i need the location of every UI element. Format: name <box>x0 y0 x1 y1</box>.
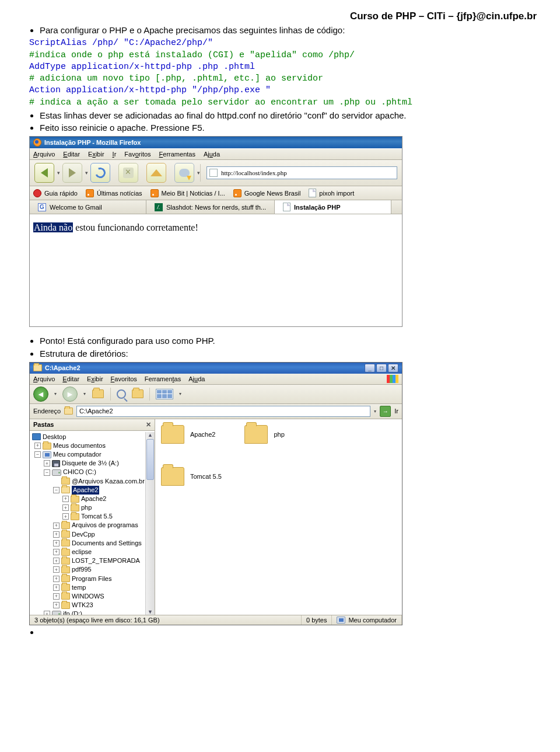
ex-menu-exibir[interactable]: Exibir <box>87 375 103 382</box>
explorer-toolbar: ◄▾ ►▾ ▾ <box>30 385 402 404</box>
go-label: Ir <box>394 408 398 415</box>
tab-gmail[interactable]: GWelcome to Gmail <box>30 200 146 214</box>
forward-button[interactable]: ▾ <box>62 163 82 183</box>
tree-docset[interactable]: +Documents and Settings <box>32 539 153 548</box>
expand-icon[interactable]: + <box>53 593 60 600</box>
back-button[interactable]: ▾ <box>34 163 54 183</box>
expand-icon[interactable]: + <box>53 602 60 608</box>
expand-icon[interactable]: + <box>53 523 60 529</box>
expand-icon[interactable]: + <box>62 513 69 520</box>
ex-menu-ferramentas[interactable]: Ferramentas <box>145 375 181 382</box>
minimize-button[interactable]: _ <box>365 364 375 372</box>
expand-icon[interactable]: + <box>53 549 60 555</box>
collapse-icon[interactable]: − <box>34 451 41 458</box>
scroll-thumb[interactable] <box>146 439 154 480</box>
expand-icon[interactable]: + <box>53 584 60 591</box>
tree-close-button[interactable]: ✕ <box>146 421 151 429</box>
views-button[interactable] <box>156 389 173 399</box>
menu-editar[interactable]: Editar <box>63 151 80 158</box>
firefox-toolbar: ▾ ▾ ▾ <box>30 160 402 186</box>
nav-forward-button[interactable]: ► <box>62 387 78 402</box>
search-button[interactable] <box>117 389 126 399</box>
menu-exibir[interactable]: Exibir <box>88 151 104 158</box>
expand-icon[interactable]: + <box>53 531 60 538</box>
expand-icon[interactable]: + <box>62 496 69 502</box>
tab-slashdot[interactable]: /.Slashdot: News for nerds, stuff th... <box>146 200 275 214</box>
tab-instalacao[interactable]: Instalação PHP <box>275 200 391 214</box>
home-button[interactable] <box>146 163 166 183</box>
url-input[interactable] <box>220 169 394 177</box>
bookmark-google[interactable]: Google News Brasil <box>233 189 301 197</box>
folder-icon <box>61 602 70 609</box>
ex-menu-favoritos[interactable]: Favoritos <box>111 375 137 382</box>
rss-icon <box>233 189 242 197</box>
expand-icon[interactable]: + <box>34 443 41 449</box>
expand-icon[interactable]: + <box>53 558 60 564</box>
tree-desktop[interactable]: Desktop <box>32 433 153 441</box>
expand-icon[interactable]: + <box>44 611 50 614</box>
weather-button[interactable]: ▾ <box>174 163 194 183</box>
fwd-dropdown[interactable]: ▾ <box>83 391 86 396</box>
expand-icon[interactable]: + <box>44 460 50 466</box>
file-tomcat[interactable]: Tomcat 5.5 <box>161 467 396 486</box>
tree-php[interactable]: +php <box>32 503 153 512</box>
tree-arqprog[interactable]: +Arquivos de programas <box>32 521 153 530</box>
tree-progfiles[interactable]: +Program Files <box>32 575 153 583</box>
tree-chico[interactable]: −CHICO (C:) <box>32 468 153 476</box>
tree-jfp-d[interactable]: +jfp (D:) <box>32 610 153 615</box>
bookmark-pixoh[interactable]: pixoh import <box>309 189 354 197</box>
tree-floppy[interactable]: +Disquete de 3½ (A:) <box>32 459 153 468</box>
bookmark-ultimas[interactable]: Últimas notícias <box>86 189 142 197</box>
menu-arquivo[interactable]: AArquivorquivo <box>33 151 55 158</box>
file-apache2[interactable]: Apache2 <box>161 425 215 444</box>
back-dropdown[interactable]: ▾ <box>54 391 57 396</box>
tree-eclipse[interactable]: +eclipse <box>32 548 153 556</box>
ex-menu-ajuda[interactable]: Ajuda <box>188 375 205 382</box>
tree-lost[interactable]: +LOST_2_TEMPORADA <box>32 556 153 565</box>
explorer-titlebar[interactable]: C:\Apache2 _ □ ✕ <box>30 363 402 374</box>
expand-icon[interactable]: + <box>53 576 60 582</box>
tree-meucomp[interactable]: −Meu computador <box>32 450 153 459</box>
tree-wtk[interactable]: +WTK23 <box>32 601 153 610</box>
tree-apache2-sub[interactable]: +Apache2 <box>32 495 153 503</box>
tree-apache2[interactable]: −Apache2 <box>32 486 153 495</box>
maximize-button[interactable]: □ <box>376 364 387 372</box>
tree-devcpp[interactable]: +DevCpp <box>32 530 153 539</box>
menu-ir[interactable]: Ir <box>113 151 117 158</box>
collapse-icon[interactable]: − <box>44 469 50 476</box>
nav-back-button[interactable]: ◄ <box>33 387 48 402</box>
scroll-down-icon[interactable]: ▼ <box>148 609 153 615</box>
folders-button[interactable] <box>132 389 144 398</box>
menu-ferramentas[interactable]: Ferramentas <box>159 151 195 158</box>
file-php[interactable]: php <box>244 425 284 444</box>
tree-scrollbar[interactable]: ▲ ▼ <box>145 432 155 615</box>
scroll-up-icon[interactable]: ▲ <box>148 432 153 438</box>
url-bar[interactable] <box>206 166 397 179</box>
menu-ajuda[interactable]: Ajuda <box>204 151 220 158</box>
bookmark-meiobit[interactable]: Meio Bit | Noticias / I... <box>150 189 225 197</box>
tree-windows[interactable]: +WINDOWS <box>32 592 153 601</box>
expand-icon[interactable]: + <box>62 504 69 511</box>
expand-icon[interactable]: + <box>53 566 60 573</box>
reload-button[interactable] <box>90 163 110 183</box>
tree-meusdocs[interactable]: +Meus documentos <box>32 441 153 450</box>
folder-icon <box>61 584 70 591</box>
close-button[interactable]: ✕ <box>388 364 398 372</box>
tree-tomcat[interactable]: +Tomcat 5.5 <box>32 512 153 521</box>
address-dropdown[interactable]: ▾ <box>374 409 376 414</box>
ex-menu-editar[interactable]: Editar <box>62 375 79 382</box>
views-dropdown[interactable]: ▾ <box>179 391 181 396</box>
tree-kazaa[interactable]: @Arquivos Kazaa.com.br <box>32 477 153 486</box>
stop-button[interactable] <box>118 163 138 183</box>
collapse-icon[interactable]: − <box>53 487 60 493</box>
menu-favoritos[interactable]: Favoritos <box>124 151 150 158</box>
firefox-titlebar[interactable]: Instalação PHP - Mozilla Firefox <box>30 137 402 148</box>
tree-temp[interactable]: +temp <box>32 583 153 592</box>
ex-menu-arquivo[interactable]: Arquivo <box>33 375 55 382</box>
bookmark-guia[interactable]: Guia rápido <box>33 189 78 197</box>
address-input[interactable] <box>76 406 370 417</box>
go-button[interactable]: → <box>380 406 391 417</box>
tree-pdf995[interactable]: +pdf995 <box>32 565 153 574</box>
up-button[interactable] <box>92 388 104 401</box>
expand-icon[interactable]: + <box>53 540 60 546</box>
